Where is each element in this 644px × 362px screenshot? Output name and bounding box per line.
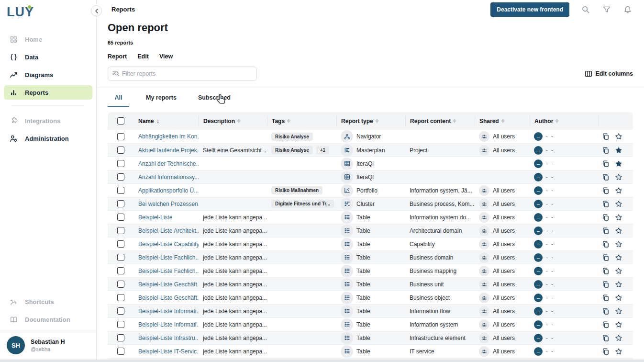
copy-icon[interactable] xyxy=(602,280,610,288)
copy-icon[interactable] xyxy=(602,173,610,181)
copy-icon[interactable] xyxy=(602,240,610,248)
report-name-link[interactable]: Anzahl Informationssy... xyxy=(138,174,199,181)
copy-icon[interactable] xyxy=(602,320,610,328)
star-outline-icon[interactable] xyxy=(615,334,622,342)
sidebar-item-reports[interactable]: Reports xyxy=(4,85,92,100)
select-all-checkbox[interactable] xyxy=(117,117,124,124)
star-outline-icon[interactable] xyxy=(615,267,622,275)
column-header-author[interactable]: Author xyxy=(530,116,598,126)
column-header-description[interactable]: Description xyxy=(199,116,267,126)
tab-subscribed[interactable]: Subscribed xyxy=(193,88,235,107)
tab-all[interactable]: All xyxy=(108,88,129,107)
report-name-link[interactable]: Beispiel-Liste Geschäft... xyxy=(138,281,199,288)
row-checkbox[interactable] xyxy=(117,281,124,288)
filter-reports-input[interactable] xyxy=(122,70,253,77)
menu-item-edit[interactable]: Edit xyxy=(137,53,149,60)
star-outline-icon[interactable] xyxy=(615,320,622,328)
sidebar-item-documentation[interactable]: Documentation xyxy=(4,312,92,327)
filter-icon[interactable] xyxy=(602,5,611,14)
star-outline-icon[interactable] xyxy=(615,133,622,141)
star-outline-icon[interactable] xyxy=(615,294,622,302)
copy-icon[interactable] xyxy=(602,186,610,194)
report-name-link[interactable]: Abhängigkeiten im Kon... xyxy=(138,133,199,140)
report-name-link[interactable]: Aktuell laufende Projek... xyxy=(138,147,199,154)
sidebar-item-shortcuts[interactable]: Shortcuts xyxy=(4,294,92,309)
row-checkbox[interactable] xyxy=(117,254,124,261)
brand-logo[interactable]: LUY xyxy=(0,0,96,28)
report-name-link[interactable]: Bei welchen Prozessen... xyxy=(138,201,199,207)
row-checkbox[interactable] xyxy=(117,294,124,301)
star-filled-icon[interactable] xyxy=(615,146,622,154)
sidebar-item-data[interactable]: Data xyxy=(4,50,92,64)
report-name-link[interactable]: Beispiel-Liste Fachlich... xyxy=(138,268,199,274)
column-header-shared[interactable]: Shared xyxy=(475,116,530,126)
row-checkbox[interactable] xyxy=(117,173,124,181)
sidebar-item-diagrams[interactable]: Diagrams xyxy=(4,68,92,82)
row-checkbox[interactable] xyxy=(117,334,124,341)
star-outline-icon[interactable] xyxy=(615,307,622,315)
sidebar-item-administration[interactable]: Administration xyxy=(4,131,92,146)
copy-icon[interactable] xyxy=(602,294,610,302)
bell-icon[interactable] xyxy=(623,5,633,14)
search-icon[interactable] xyxy=(581,5,590,14)
copy-icon[interactable] xyxy=(602,133,610,141)
star-outline-icon[interactable] xyxy=(615,186,622,194)
row-checkbox[interactable] xyxy=(117,147,124,154)
sidebar-item-home[interactable]: Home xyxy=(4,32,92,46)
copy-icon[interactable] xyxy=(602,307,610,315)
copy-icon[interactable] xyxy=(602,213,610,221)
row-checkbox[interactable] xyxy=(117,227,124,234)
star-outline-icon[interactable] xyxy=(615,173,622,181)
copy-icon[interactable] xyxy=(602,253,610,261)
sidebar-item-integrations[interactable]: Integrations xyxy=(4,113,92,128)
menu-item-view[interactable]: View xyxy=(159,53,173,60)
star-outline-icon[interactable] xyxy=(615,240,622,248)
row-checkbox[interactable] xyxy=(117,160,124,167)
star-outline-icon[interactable] xyxy=(615,253,622,261)
bottom-scrollbar-strip[interactable] xyxy=(0,360,644,362)
copy-icon[interactable] xyxy=(602,347,610,355)
row-checkbox[interactable] xyxy=(117,267,124,274)
star-outline-icon[interactable] xyxy=(615,347,622,355)
edit-columns-button[interactable]: Edit columns xyxy=(585,70,633,78)
menu-item-report[interactable]: Report xyxy=(108,53,127,60)
column-header-report-content[interactable]: Report content xyxy=(405,116,475,126)
sidebar-collapse-button[interactable] xyxy=(91,5,102,16)
copy-icon[interactable] xyxy=(602,159,610,168)
row-checkbox[interactable] xyxy=(117,321,124,328)
row-checkbox[interactable] xyxy=(117,133,124,140)
filter-box[interactable] xyxy=(108,67,257,81)
copy-icon[interactable] xyxy=(602,267,610,275)
row-checkbox[interactable] xyxy=(117,214,124,221)
row-checkbox[interactable] xyxy=(117,187,124,194)
report-name-link[interactable]: Beispiel-Liste IT-Servic... xyxy=(138,348,199,355)
star-outline-icon[interactable] xyxy=(615,200,622,208)
copy-icon[interactable] xyxy=(602,146,610,154)
row-checkbox[interactable] xyxy=(117,307,124,315)
report-name-link[interactable]: Beispiel-Liste Informati... xyxy=(138,321,199,328)
row-checkbox[interactable] xyxy=(117,200,124,207)
report-name-link[interactable]: Beispiel-Liste xyxy=(138,214,172,221)
copy-icon[interactable] xyxy=(602,226,610,235)
report-name-link[interactable]: Beispiel-Liste Architekt... xyxy=(138,227,199,234)
column-header-report-type[interactable]: Report type xyxy=(336,116,405,126)
star-filled-icon[interactable] xyxy=(615,159,622,168)
deactivate-frontend-button[interactable]: Deactivate new frontend xyxy=(490,2,569,17)
report-name-link[interactable]: Anzahl der Technische... xyxy=(138,160,199,167)
report-name-link[interactable]: Beispiel-Liste Infrastru... xyxy=(138,335,199,341)
report-name-link[interactable]: Beispiel-Liste Capability xyxy=(138,241,199,248)
report-name-link[interactable]: Beispiel-Liste Geschäft... xyxy=(138,294,199,301)
report-name-link[interactable]: Beispiel-Liste Fachlich... xyxy=(138,254,199,261)
column-header-tags[interactable]: Tags xyxy=(267,116,336,126)
tab-my-reports[interactable]: My reports xyxy=(141,88,181,107)
star-outline-icon[interactable] xyxy=(615,280,622,288)
star-outline-icon[interactable] xyxy=(615,213,622,221)
row-checkbox[interactable] xyxy=(117,348,124,355)
copy-icon[interactable] xyxy=(602,200,610,208)
star-outline-icon[interactable] xyxy=(615,226,622,235)
report-name-link[interactable]: Beispiel-Liste Informati... xyxy=(138,308,199,315)
user-card[interactable]: SH Sebastian H @sebha xyxy=(0,330,96,362)
row-checkbox[interactable] xyxy=(117,240,124,248)
copy-icon[interactable] xyxy=(602,334,610,342)
column-header-name[interactable]: Name↓ xyxy=(134,116,199,126)
